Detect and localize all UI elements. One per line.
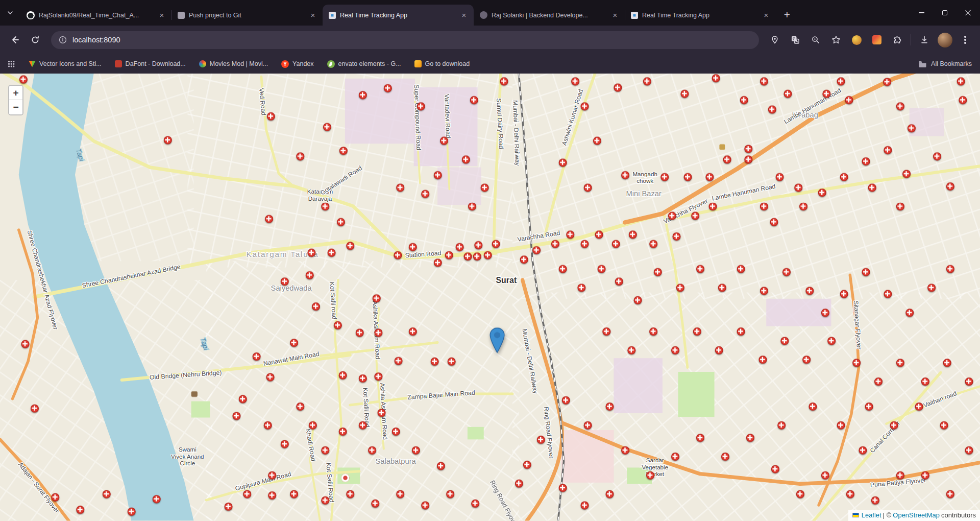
tab-close-button[interactable]: × (459, 11, 469, 20)
map-marker[interactable] (905, 309, 914, 317)
map-marker[interactable] (615, 277, 623, 286)
map-marker[interactable] (523, 460, 531, 468)
map-marker[interactable] (558, 265, 567, 273)
map-marker[interactable] (768, 105, 776, 113)
map-marker[interactable] (492, 240, 500, 248)
map-marker[interactable] (959, 96, 967, 104)
map-marker[interactable] (421, 501, 429, 509)
bookmark-item[interactable]: YYandex (281, 60, 313, 68)
map-marker[interactable] (566, 230, 574, 239)
map-marker[interactable] (266, 373, 274, 381)
profile-avatar[interactable] (935, 30, 954, 50)
map-marker[interactable] (862, 268, 870, 276)
map-marker[interactable] (152, 495, 160, 503)
map-marker[interactable] (532, 246, 541, 254)
map-marker[interactable] (705, 173, 714, 181)
map-marker[interactable] (760, 202, 768, 210)
bookmark-star-icon[interactable] (826, 30, 846, 50)
map-marker[interactable] (627, 346, 635, 354)
map-marker[interactable] (946, 182, 954, 190)
tab-close-button[interactable]: × (762, 11, 771, 20)
map-marker[interactable] (383, 84, 391, 92)
map-marker[interactable] (311, 302, 320, 311)
tab-close-button[interactable]: × (610, 11, 620, 20)
map-marker[interactable] (671, 346, 679, 354)
current-location-pin[interactable] (489, 327, 505, 353)
map-marker[interactable] (611, 240, 620, 248)
map-marker[interactable] (439, 136, 448, 145)
map-marker[interactable] (346, 490, 354, 498)
map-marker[interactable] (268, 491, 276, 499)
map-marker[interactable] (266, 112, 275, 120)
map-marker[interactable] (827, 337, 836, 345)
map-marker[interactable] (19, 75, 27, 83)
map-marker[interactable] (957, 77, 965, 85)
map-marker[interactable] (808, 402, 817, 410)
map-marker[interactable] (336, 218, 345, 226)
map-marker[interactable] (411, 446, 420, 454)
all-bookmarks-button[interactable]: All Bookmarks (918, 60, 972, 68)
map-marker[interactable] (396, 490, 404, 498)
map-marker[interactable] (358, 91, 366, 99)
map-marker[interactable] (327, 248, 335, 256)
map-marker[interactable] (358, 374, 366, 382)
map-marker[interactable] (605, 402, 614, 410)
map-marker[interactable] (884, 146, 892, 154)
map-marker[interactable] (468, 202, 476, 210)
map-marker[interactable] (338, 427, 347, 435)
map-marker[interactable] (837, 421, 845, 429)
map-marker[interactable] (536, 435, 545, 443)
map-marker[interactable] (51, 493, 59, 501)
map-marker[interactable] (621, 171, 629, 179)
map-marker[interactable] (597, 265, 605, 273)
map-marker[interactable] (305, 271, 313, 279)
map-marker[interactable] (358, 421, 366, 429)
map-marker[interactable] (265, 215, 273, 223)
map-marker[interactable] (693, 327, 701, 336)
map-marker[interactable] (595, 230, 603, 239)
map-marker[interactable] (355, 328, 363, 337)
map-marker[interactable] (946, 490, 954, 498)
map-marker[interactable] (76, 506, 84, 514)
map-marker[interactable] (796, 490, 804, 498)
map-marker[interactable] (907, 124, 915, 132)
map-marker[interactable] (777, 421, 786, 429)
map-marker[interactable] (445, 251, 453, 259)
map-marker[interactable] (845, 96, 853, 104)
map-marker[interactable] (821, 471, 829, 479)
map-marker[interactable] (794, 183, 802, 192)
site-info-icon[interactable] (59, 36, 67, 44)
map-marker[interactable] (884, 290, 892, 298)
map-marker[interactable] (668, 211, 676, 220)
map-marker[interactable] (224, 502, 232, 510)
zoom-icon[interactable] (806, 30, 825, 50)
location-icon[interactable] (765, 30, 785, 50)
map-marker[interactable] (483, 251, 492, 259)
map-marker[interactable] (721, 452, 729, 460)
map-marker[interactable] (500, 77, 508, 85)
map-marker[interactable] (799, 202, 807, 210)
map-marker[interactable] (433, 258, 442, 267)
map-marker[interactable] (782, 268, 790, 276)
map-marker[interactable] (391, 427, 400, 435)
zoom-out-button[interactable]: − (9, 100, 22, 114)
map-marker[interactable] (339, 147, 347, 155)
tab-2[interactable]: Real Time Tracking App× (323, 5, 474, 26)
map-marker[interactable] (21, 340, 29, 348)
map-marker[interactable] (896, 102, 904, 110)
map-marker[interactable] (461, 155, 470, 163)
map-marker[interactable] (571, 77, 579, 85)
map-marker[interactable] (577, 283, 585, 292)
map-marker[interactable] (307, 248, 315, 256)
map-marker[interactable] (672, 232, 680, 240)
map-marker[interactable] (818, 188, 826, 197)
map-marker[interactable] (583, 421, 592, 429)
tab-3[interactable]: Raj Solanki | Backend Develope...× (474, 5, 625, 26)
reload-button[interactable] (26, 30, 45, 50)
map-marker[interactable] (408, 243, 416, 251)
map-marker[interactable] (760, 77, 768, 85)
map-marker[interactable] (890, 421, 898, 429)
bookmark-item[interactable]: Movies Mod | Movi... (199, 60, 268, 67)
map-marker[interactable] (744, 155, 752, 163)
address-bar[interactable]: localhost:8090 (51, 31, 759, 49)
